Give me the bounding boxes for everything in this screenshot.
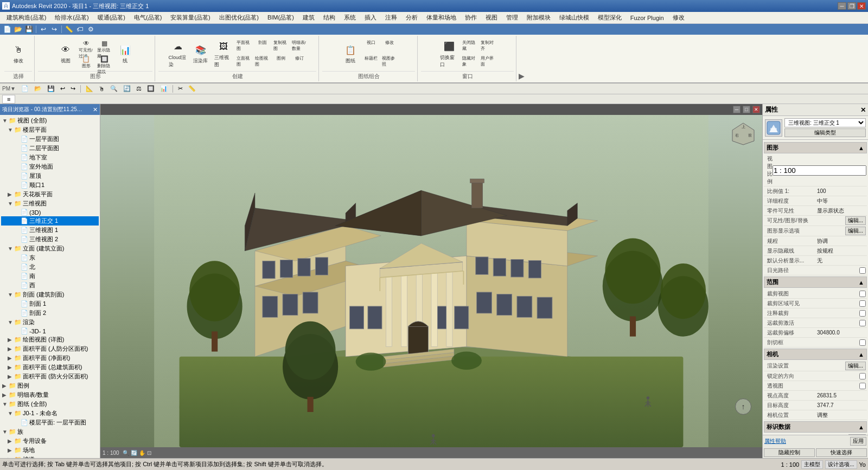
fit-icon[interactable]: ⊡	[147, 450, 151, 456]
st-misc2-btn[interactable]: 📊	[158, 85, 170, 93]
tree-item[interactable]: ▶📁面积平面 (净面积)	[1, 353, 99, 363]
prop-checkbox[interactable]	[859, 291, 866, 297]
menubar-item[interactable]: 模型深化	[593, 12, 626, 23]
cloud-render-btn[interactable]: ☁ Cloud渲染	[167, 38, 189, 70]
tree-item[interactable]: ▶📁明细表/数量	[1, 390, 99, 400]
navigation-cube[interactable]: 上 前 右	[730, 120, 757, 147]
visibility-btn[interactable]: 👁 可见性/过滤	[78, 38, 95, 54]
pan-icon[interactable]: ✋	[139, 450, 145, 456]
show-obj-btn[interactable]: 隐藏对象	[461, 54, 478, 69]
titleblock-btn[interactable]: 标题栏	[362, 54, 380, 69]
prop-checkbox[interactable]	[859, 373, 866, 379]
minimize-button[interactable]: ─	[838, 2, 846, 10]
tree-item[interactable]: ▶📁面积平面 (总建筑面积)	[1, 363, 99, 372]
fast-select-button[interactable]: 快速选择	[816, 448, 867, 457]
project-browser-close-btn[interactable]: ✕	[93, 106, 98, 113]
tree-item[interactable]: 📄三维正交 1	[1, 216, 99, 226]
ui-btn[interactable]: 用户界面	[480, 54, 497, 69]
tree-item[interactable]: ▶📁绘图视图 (详图)	[1, 335, 99, 344]
section-view-btn[interactable]: 剖面	[254, 38, 271, 54]
prop-value-button[interactable]: 编辑...	[845, 362, 866, 370]
st-align-btn[interactable]: ⚖	[134, 85, 144, 93]
qa-save-button[interactable]: 💾	[24, 25, 34, 34]
tree-item[interactable]: ▼📁三维视图	[1, 199, 99, 208]
line-btn[interactable]: 📊 线	[114, 38, 136, 70]
qa-new-button[interactable]: 📄	[2, 25, 12, 34]
menubar-item[interactable]: 建筑构造(品茗)	[2, 12, 50, 23]
st-select-btn[interactable]: 🖱	[97, 85, 107, 93]
menubar-item[interactable]: 结构	[319, 12, 340, 23]
menubar-item[interactable]: 分析	[401, 12, 422, 23]
tree-item[interactable]: 📄-3D- 1	[1, 327, 99, 335]
view-3d-button[interactable]: 👁 视图	[55, 38, 76, 70]
menubar-item[interactable]: 电气(品茗)	[130, 12, 166, 23]
menubar-item[interactable]: 视图	[481, 12, 502, 23]
tree-item[interactable]: ▼📁剖面 (建筑剖面)	[1, 290, 99, 299]
render-lib-btn[interactable]: 📚 渲染库	[190, 38, 212, 70]
menubar-item[interactable]: 给排水(品茗)	[50, 12, 93, 23]
menubar-item[interactable]: 建筑	[298, 12, 319, 23]
st-misc4-btn[interactable]: 📏	[186, 85, 198, 93]
copy-align-btn[interactable]: 复制对齐	[480, 38, 497, 54]
legend-btn[interactable]: 图例	[272, 54, 290, 69]
menubar-item[interactable]: Fuzor Plugin	[626, 14, 668, 22]
tree-item[interactable]: ▼📁图纸 (全部)	[1, 400, 99, 409]
worksets-btn[interactable]: 主模型	[801, 460, 823, 469]
prop-checkbox[interactable]	[859, 300, 866, 307]
tree-item[interactable]: ▶📁面积平面 (人防分区面积)	[1, 344, 99, 353]
st-misc1-btn[interactable]: 🔲	[145, 85, 157, 93]
design-options-btn[interactable]: 设计选项...	[825, 460, 857, 469]
tree-item[interactable]: 📄楼层平面: 一层平面图	[1, 418, 99, 427]
view-type-dropdown[interactable]: 三维视图: 三维正交 1	[784, 118, 866, 127]
menubar-item[interactable]: 绿城山快模	[555, 12, 593, 23]
st-save-btn[interactable]: 💾	[45, 85, 57, 93]
prop-checkbox[interactable]	[859, 310, 866, 317]
revision-btn[interactable]: 修订	[291, 54, 308, 69]
st-redo-btn[interactable]: ↪	[68, 85, 78, 93]
menubar-item[interactable]: 暖通(品茗)	[93, 12, 130, 23]
prop-input[interactable]	[773, 165, 866, 176]
menubar-item[interactable]: 安装算量(品茗)	[166, 12, 214, 23]
close-button[interactable]: ✕	[857, 2, 866, 10]
restore-button[interactable]: ❐	[847, 2, 856, 10]
display-btn[interactable]: ▦ 显示隐藏	[96, 38, 113, 54]
qa-tag-button[interactable]: 🏷	[75, 25, 85, 34]
tree-item[interactable]: 📄剖面 2	[1, 308, 99, 318]
zoom-icon[interactable]: 🔍	[123, 450, 129, 456]
rotate-icon[interactable]: 🔄	[131, 450, 137, 456]
tree-item[interactable]: ▶📁图例	[1, 381, 99, 390]
schedule-btn[interactable]: 明细表/数量	[291, 38, 308, 54]
viewref-btn[interactable]: 视图参照	[381, 54, 398, 69]
menubar-item[interactable]: 协作	[461, 12, 481, 23]
prop-value-button[interactable]: 编辑...	[845, 216, 866, 225]
menubar-item[interactable]: 体量和场地	[422, 12, 461, 23]
menubar-item[interactable]: 附加模块	[522, 12, 555, 23]
tree-item[interactable]: 📄三维视图 2	[1, 235, 99, 244]
hide-control-button[interactable]: 隐藏控制	[764, 448, 815, 457]
tree-item[interactable]: ▶📁专用设备	[1, 436, 99, 446]
modify2-btn[interactable]: 修改	[381, 38, 398, 54]
tree-item[interactable]: ▼📁视图 (全部)	[1, 116, 99, 125]
tree-item[interactable]: 📄东	[1, 253, 99, 262]
elevation-view-btn[interactable]: 立面视图	[235, 54, 253, 69]
tree-item[interactable]: ▼📁楼层平面	[1, 125, 99, 134]
tree-item[interactable]: 📄(3D)	[1, 208, 99, 216]
properties-help-link[interactable]: 属性帮助	[764, 437, 849, 445]
tree-item[interactable]: ▼📁渲染	[1, 318, 99, 327]
template-btn[interactable]: 📋 图形	[78, 54, 95, 69]
menubar-item[interactable]: 插入	[360, 12, 381, 23]
tree-item[interactable]: ▶📁场地	[1, 446, 99, 455]
edit-type-button[interactable]: 编辑类型	[784, 128, 866, 137]
qa-undo-button[interactable]: ↩	[39, 25, 48, 34]
tree-item[interactable]: ▶📁天花板平面	[1, 190, 99, 199]
tree-item[interactable]: ▼📁立面 (建筑立面)	[1, 244, 99, 253]
tree-item[interactable]: 📄南	[1, 272, 99, 281]
st-open-btn[interactable]: 📂	[32, 85, 44, 93]
tree-item[interactable]: 📄顺口1	[1, 181, 99, 190]
menubar-item[interactable]: BIM(品茗)	[263, 12, 298, 23]
st-new-btn[interactable]: 📄	[19, 85, 31, 93]
sheet-btn[interactable]: 📋 图纸	[340, 38, 361, 70]
st-measure-btn[interactable]: 📐	[84, 85, 95, 93]
drawing-view-btn[interactable]: 绘图视图	[254, 54, 271, 69]
properties-close-btn[interactable]: ✕	[860, 106, 866, 114]
